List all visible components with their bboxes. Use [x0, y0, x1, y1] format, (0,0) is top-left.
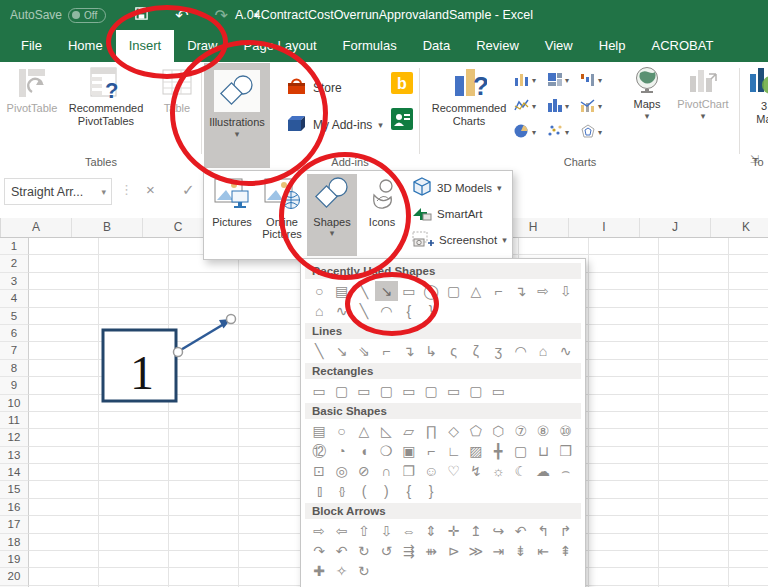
- shape-line[interactable]: ╲: [308, 341, 330, 361]
- shape-down-arrow-callout[interactable]: ⇟: [510, 541, 532, 561]
- shape-curve[interactable]: ◠: [510, 341, 532, 361]
- shape-lightning-bolt[interactable]: ↯: [465, 461, 487, 481]
- shape-round-diagonal-corners[interactable]: ▭: [487, 381, 509, 401]
- shape-right-arrow-callout[interactable]: ⇥: [487, 541, 509, 561]
- shape-line[interactable]: ╲: [353, 281, 375, 301]
- shape-heptagon[interactable]: ⑦: [510, 421, 532, 441]
- shape-isosceles-triangle[interactable]: △: [465, 281, 487, 301]
- shape-curved-down-arrow[interactable]: ↺: [375, 541, 397, 561]
- row-header-8[interactable]: 8: [0, 360, 29, 377]
- column-header-B[interactable]: B: [72, 218, 143, 237]
- shape-curved-right-arrow[interactable]: ↷: [308, 541, 330, 561]
- selection-handle[interactable]: [227, 315, 236, 324]
- shape-chord[interactable]: ◖: [353, 441, 375, 461]
- illustrations-button[interactable]: Illustrations ▾: [204, 63, 270, 168]
- shape-left-arrow-callout[interactable]: ⇤: [532, 541, 554, 561]
- shape-left-right-arrow[interactable]: ⇔: [398, 521, 420, 541]
- shape-plaque[interactable]: ▢: [510, 441, 532, 461]
- shape-rounded-rectangle[interactable]: ▢: [330, 381, 352, 401]
- column-header-K[interactable]: K: [711, 218, 768, 237]
- selection-handle[interactable]: [174, 348, 183, 357]
- row-header-10[interactable]: 10: [0, 395, 29, 412]
- tab-insert[interactable]: Insert: [116, 30, 175, 62]
- shape-curved-double-arrow-connector[interactable]: ʒ: [487, 341, 509, 361]
- shape-can[interactable]: ⊔: [532, 441, 554, 461]
- column-header-J[interactable]: J: [640, 218, 711, 237]
- insert-pie-chart-button[interactable]: ▾: [514, 119, 547, 145]
- chevron-down-icon[interactable]: ▾: [101, 187, 106, 197]
- shape-diamond[interactable]: ◇: [442, 421, 464, 441]
- shape-striped-right-arrow[interactable]: ⇶: [398, 541, 420, 561]
- row-header-18[interactable]: 18: [0, 534, 29, 551]
- shape-right-bracket[interactable]: ): [375, 481, 397, 501]
- shape-isosceles-triangle[interactable]: △: [353, 421, 375, 441]
- tab-data[interactable]: Data: [410, 30, 463, 62]
- tab-file[interactable]: File: [8, 30, 55, 62]
- shape-sun[interactable]: ☼: [487, 461, 509, 481]
- shape-quad-arrow[interactable]: ✛: [442, 521, 464, 541]
- row-header-14[interactable]: 14: [0, 464, 29, 481]
- shape-right-arrow[interactable]: ⇨: [308, 521, 330, 541]
- qat-customize-icon[interactable]: ▾: [254, 10, 259, 20]
- tab-draw[interactable]: Draw: [174, 30, 230, 62]
- shape-double-bracket[interactable]: []: [308, 481, 330, 501]
- shape-pentagon-arrow[interactable]: ⊳: [442, 541, 464, 561]
- insert-scatter-chart-button[interactable]: ▾: [547, 119, 580, 145]
- shape-circular-arrow[interactable]: ↻: [353, 561, 375, 581]
- shape-right-triangle[interactable]: ◺: [375, 421, 397, 441]
- shape-up-arrow[interactable]: ⇧: [353, 521, 375, 541]
- insert-waterfall-chart-button[interactable]: ▾: [580, 67, 613, 93]
- shape-elbow-arrow-connector[interactable]: ↴: [510, 281, 532, 301]
- shape-donut[interactable]: ◎: [330, 461, 352, 481]
- row-header-15[interactable]: 15: [0, 481, 29, 498]
- save-icon[interactable]: [134, 6, 149, 25]
- shape-text-box[interactable]: ▤: [330, 281, 352, 301]
- recommended-charts-button[interactable]: ? Recommended Charts: [424, 64, 514, 128]
- shape-parallelogram[interactable]: ▱: [398, 421, 420, 441]
- row-header-16[interactable]: 16: [0, 499, 29, 516]
- shape-cloud[interactable]: ☁: [532, 461, 554, 481]
- shape-rounded-rectangle[interactable]: ▢: [442, 281, 464, 301]
- row-header-5[interactable]: 5: [0, 308, 29, 325]
- row-header-6[interactable]: 6: [0, 325, 29, 342]
- my-addins-button[interactable]: My Add-ins ▾: [286, 114, 383, 136]
- shape-dodecagon[interactable]: ⑫: [308, 441, 330, 461]
- 3d-map-button[interactable]: 3 Ma: [744, 66, 768, 126]
- autosave-toggle[interactable]: AutoSave Off: [10, 8, 106, 23]
- row-header-1[interactable]: 1: [0, 238, 29, 255]
- shape-left-up-arrow[interactable]: ↰: [532, 521, 554, 541]
- shape-right-arrow[interactable]: ⇨: [532, 281, 554, 301]
- tab-review[interactable]: Review: [463, 30, 532, 62]
- shape-snip-single-corner[interactable]: ▭: [353, 381, 375, 401]
- insert-combo-chart-button[interactable]: ▾: [580, 93, 613, 119]
- shape-elbow-arrow-connector[interactable]: ↴: [398, 341, 420, 361]
- shape-rectangle[interactable]: ▭: [398, 281, 420, 301]
- shape-down-arrow[interactable]: ⇩: [375, 521, 397, 541]
- shape-left-bracket[interactable]: (: [353, 481, 375, 501]
- shape-freeform[interactable]: ⌂: [532, 341, 554, 361]
- shape-octagon[interactable]: ⑧: [532, 421, 554, 441]
- shape-curved-up-arrow[interactable]: ↻: [353, 541, 375, 561]
- shape-elbow-connector[interactable]: ⌐: [375, 341, 397, 361]
- shape-freeform[interactable]: ⌂: [308, 301, 330, 321]
- shape-double-brace[interactable]: {}: [330, 481, 352, 501]
- shape-left-right-up-arrow[interactable]: ↥: [465, 521, 487, 541]
- shape-curve[interactable]: ╲: [353, 301, 375, 321]
- column-header-A[interactable]: A: [1, 218, 72, 237]
- shape-folded-corner[interactable]: ❐: [398, 461, 420, 481]
- shape-line-arrow-double[interactable]: ⇘: [353, 341, 375, 361]
- shape-oval[interactable]: ○: [308, 281, 330, 301]
- shape-snip-diagonal-corners[interactable]: ▭: [398, 381, 420, 401]
- shapes-menu-item[interactable]: Shapes▾: [307, 174, 357, 256]
- row-header-9[interactable]: 9: [0, 377, 29, 394]
- shape-scribble[interactable]: ∿: [554, 341, 576, 361]
- tab-acrobat[interactable]: ACROBAT: [639, 30, 727, 62]
- shape-block-arc[interactable]: ∩: [375, 461, 397, 481]
- shape-cross[interactable]: ╋: [487, 441, 509, 461]
- bing-addin-icon[interactable]: b: [391, 72, 413, 96]
- shape-line-arrow[interactable]: ↘: [375, 281, 397, 301]
- screenshot-menu-item[interactable]: Screenshot▾: [412, 227, 510, 253]
- shape-down-arrow[interactable]: ⇩: [554, 281, 576, 301]
- shape-right-brace[interactable]: }: [420, 481, 442, 501]
- shape-half-frame[interactable]: ⌐: [420, 441, 442, 461]
